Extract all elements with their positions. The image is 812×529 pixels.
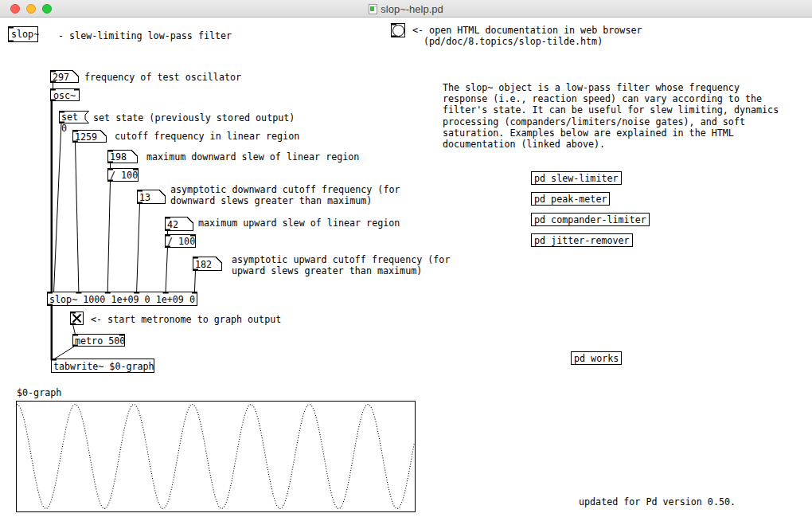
number-box-frequency[interactable]: 297 <box>50 70 79 83</box>
toggle-x-icon <box>71 312 83 324</box>
object-box-osc: osc~ <box>50 88 80 101</box>
comment-down-slew: maximum downward slew of linear region <box>146 151 359 163</box>
object-box-slop-title: slop~ <box>8 26 38 42</box>
subpatch-works[interactable]: pd works <box>571 351 622 365</box>
comment-up-asym-line2: upward slews greater than maximum) <box>232 265 422 276</box>
waveform-plot <box>17 402 415 511</box>
object-box-tabwrite: tabwrite~ $0-graph <box>51 359 154 373</box>
description-line: filter's state. It can be useful for sle… <box>443 104 779 116</box>
comment-up-asym: asymptotic upward cutoff frequency (foru… <box>232 254 450 276</box>
description-line: The slop~ object is a low-pass filter wh… <box>443 82 740 93</box>
number-box-up-slew[interactable]: 42 <box>165 217 193 231</box>
comment-down-asym: asymptotic downward cutoff frequency (fo… <box>170 184 400 206</box>
subpatch-peak-meter[interactable]: pd peak-meter <box>531 192 610 206</box>
object-box-divide-100-a: / 100 <box>107 168 139 182</box>
subpatch-compander-limiter[interactable]: pd compander-limiter <box>531 213 650 226</box>
comment-set-state: set state (previously stored output) <box>93 112 295 123</box>
window-title-text: slop~-help.pd <box>381 3 443 15</box>
comment-cutoff: cutoff frequency in linear region <box>115 131 299 142</box>
message-box-set-state[interactable]: set 0 <box>59 111 89 123</box>
object-box-slop-main: slop~ 1000 1e+09 0 1e+09 0 <box>47 292 197 306</box>
graph-canvas <box>16 401 416 512</box>
comment-frequency: frequency of test oscillator <box>84 72 241 83</box>
comment-open-docs: <- open HTML documentation in web browse… <box>412 25 642 36</box>
toggle-start-metronome[interactable] <box>70 312 84 325</box>
bang-open-docs[interactable] <box>391 23 405 37</box>
number-box-cutoff[interactable]: 1259 <box>72 130 107 143</box>
comment-docs-path: (pd/doc/8.topics/slop-tilde.htm) <box>424 36 603 47</box>
bang-circle-icon <box>392 25 404 37</box>
description-line: documentation (linked above). <box>443 139 605 150</box>
comment-up-slew: maximum upward slew of linear region <box>198 217 400 229</box>
waveform-trace <box>17 405 415 509</box>
description-line: response (i.e., reaction speed) can vary… <box>443 93 762 104</box>
description-paragraph: The slop~ object is a low-pass filter wh… <box>443 82 779 150</box>
number-box-up-asym[interactable]: 182 <box>193 257 222 271</box>
comment-up-asym-line1: asymptotic upward cutoff frequency (for <box>232 254 450 265</box>
comment-description: - slew-limiting low-pass filter <box>58 30 232 41</box>
graph-array-label: $0-graph <box>17 387 61 398</box>
object-box-divide-100-b: / 100 <box>165 234 196 248</box>
window-title: slop~-help.pd <box>0 3 812 15</box>
description-line: processing (companders/limiters/noise ga… <box>443 116 745 127</box>
description-line: saturation. Examples below are explained… <box>443 127 734 139</box>
number-box-down-slew[interactable]: 198 <box>107 150 138 163</box>
number-box-down-asym[interactable]: 13 <box>137 190 166 204</box>
comment-down-asym-line1: asymptotic downward cutoff frequency (fo… <box>170 184 400 195</box>
subpatch-jitter-remover[interactable]: pd jitter-remover <box>531 233 633 247</box>
object-box-metro: metro 500 <box>72 334 125 347</box>
comment-down-asym-line2: downward slews greater than maximum) <box>170 195 372 206</box>
document-icon <box>369 4 377 14</box>
subpatch-slew-limiter[interactable]: pd slew-limiter <box>531 171 622 185</box>
comment-start-metronome: <- start metronome to graph output <box>91 314 281 325</box>
footer-version-note: updated for Pd version 0.50. <box>579 496 736 507</box>
window-titlebar: slop~-help.pd <box>0 0 812 18</box>
